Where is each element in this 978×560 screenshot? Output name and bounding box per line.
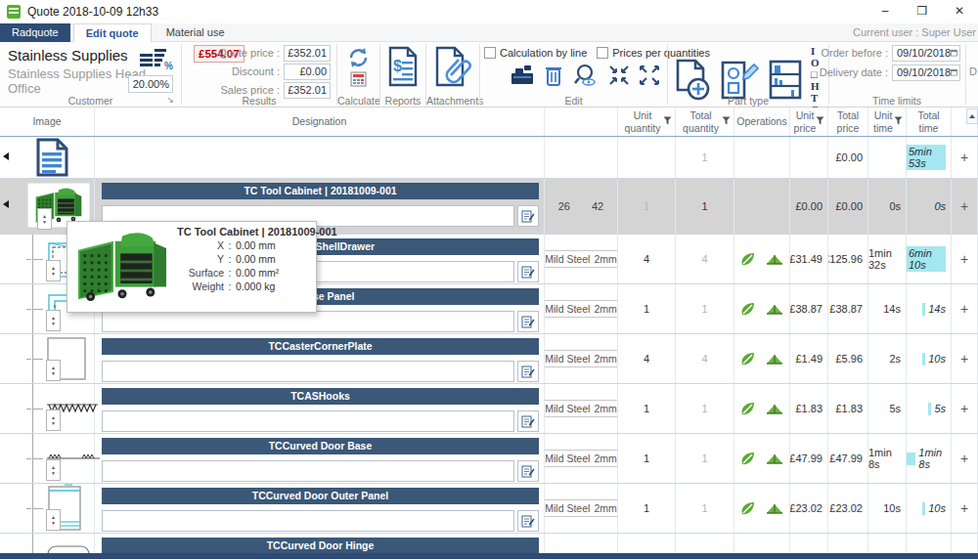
table-row[interactable]: 90.0 ▲▼ TCCurved Door Hinge Mild Steel2m… — [0, 534, 978, 554]
quote-price-input[interactable] — [284, 45, 331, 62]
cut-operation-icon[interactable] — [739, 301, 757, 317]
discount-input[interactable] — [128, 75, 173, 93]
unit-quantity-cell[interactable]: 4 — [618, 235, 676, 283]
delivery-date-field[interactable]: 09/10/2018 — [892, 65, 960, 81]
add-row-button[interactable]: + — [960, 353, 968, 365]
fold-operation-icon[interactable] — [765, 452, 784, 465]
quantity-spinner[interactable]: ▲▼ — [46, 509, 61, 531]
edit-note-button[interactable] — [517, 261, 539, 282]
close-button[interactable]: ✕ — [941, 0, 978, 23]
add-row-button[interactable]: + — [960, 452, 968, 464]
unit-quantity-cell[interactable]: 1 — [618, 484, 676, 533]
header-designation[interactable]: Designation — [95, 108, 545, 136]
filter-icon[interactable] — [816, 116, 824, 125]
edit-note-button[interactable] — [517, 410, 539, 432]
discount-value-input[interactable] — [284, 64, 331, 80]
fold-operation-icon[interactable] — [765, 252, 784, 266]
header-operations[interactable]: Operations — [734, 108, 790, 136]
edit-note-button[interactable] — [517, 311, 539, 332]
material-chip[interactable]: Mild Steel2mm — [545, 300, 618, 318]
cut-operation-icon[interactable] — [739, 401, 757, 416]
tab-edit-quote[interactable]: Edit quote — [73, 23, 152, 42]
table-row[interactable]: ▲▼ TCCasterCornerPlate Mild Steel2mm 4 4… — [0, 334, 978, 384]
collapse-all-icon[interactable] — [608, 65, 630, 86]
unit-quantity-cell[interactable]: 1 — [618, 284, 676, 333]
expand-all-icon[interactable] — [639, 65, 660, 86]
maximize-button[interactable]: ❒ — [904, 0, 941, 23]
edit-note-button[interactable] — [517, 361, 539, 382]
header-unit-time[interactable]: Unit time — [868, 108, 907, 136]
filter-icon[interactable] — [722, 116, 731, 125]
table-row[interactable]: ▲▼ TCCurved Door Base Mild Steel2mm 1 1 … — [0, 434, 978, 484]
edit-group: Calculation by line Prices per quantitie… — [480, 42, 667, 108]
designation-input[interactable] — [102, 510, 514, 532]
preview-magnifier-icon[interactable] — [572, 64, 600, 87]
designation-input[interactable] — [102, 311, 514, 332]
table-row[interactable]: ▲▼ TCASHooks Mild Steel2mm 1 1 £1.83 £1.… — [0, 384, 978, 434]
dialog-launcher-icon[interactable]: ↘ — [166, 95, 174, 105]
quantity-spinner[interactable]: ▲▼ — [46, 260, 61, 281]
add-row-button[interactable]: + — [960, 200, 968, 212]
expand-collapse-icon[interactable] — [3, 200, 9, 208]
add-row-button[interactable]: + — [960, 151, 968, 163]
calculation-by-line-checkbox[interactable]: Calculation by line — [484, 47, 587, 59]
tab-material-use[interactable]: Material use — [155, 23, 237, 42]
add-row-button[interactable]: + — [960, 502, 968, 514]
edit-note-button[interactable] — [517, 460, 539, 482]
delete-trash-icon[interactable] — [544, 64, 563, 87]
cut-operation-icon[interactable] — [739, 351, 757, 366]
material-chip[interactable]: Mild Steel2mm — [545, 499, 618, 517]
unit-quantity-cell[interactable] — [618, 137, 676, 178]
add-row-button[interactable]: + — [960, 253, 968, 265]
add-row-button[interactable]: + — [960, 303, 968, 315]
edit-note-button[interactable] — [517, 510, 539, 532]
scroll-up-button[interactable] — [966, 108, 978, 124]
material-chip[interactable]: Mild Steel2mm — [545, 250, 618, 268]
filter-icon[interactable] — [663, 116, 672, 125]
quantity-spinner[interactable]: ▲▼ — [37, 208, 52, 230]
material-chip[interactable]: Mild Steel2mm — [545, 350, 618, 367]
quantity-spinner[interactable]: ▲▼ — [46, 310, 61, 331]
header-unit-price[interactable]: Unit price — [790, 108, 828, 136]
tab-radquote[interactable]: Radquote — [0, 23, 70, 42]
toolbox-icon[interactable] — [510, 65, 535, 86]
expand-collapse-icon[interactable] — [3, 152, 9, 160]
attachments-button[interactable]: Attachments — [426, 42, 479, 108]
unit-quantity-cell[interactable]: 4 — [618, 334, 676, 383]
filter-icon[interactable] — [894, 116, 903, 125]
quantity-spinner[interactable]: ▲▼ — [46, 409, 61, 431]
header-total-time[interactable]: Total time — [907, 108, 952, 136]
cut-operation-icon[interactable] — [739, 500, 757, 516]
calculate-button[interactable]: Calculate — [337, 42, 379, 108]
fold-operation-icon[interactable] — [765, 302, 784, 316]
header-image[interactable]: Image — [0, 108, 95, 136]
cut-operation-icon[interactable] — [739, 251, 757, 267]
fold-operation-icon[interactable] — [765, 501, 784, 515]
reports-button[interactable]: $ Reports — [380, 42, 425, 108]
material-chip[interactable]: Mild Steel2mm — [545, 400, 618, 417]
designation-input[interactable] — [102, 410, 514, 432]
cut-operation-icon[interactable] — [739, 451, 757, 466]
edit-note-button[interactable] — [517, 205, 539, 227]
unit-quantity-cell[interactable]: 2 — [618, 534, 676, 554]
add-row-button[interactable]: + — [960, 403, 968, 414]
unit-quantity-cell[interactable]: 1 — [618, 384, 676, 433]
quantity-spinner[interactable]: ▲▼ — [46, 459, 61, 481]
quantity-spinner[interactable]: ▲▼ — [46, 360, 61, 381]
table-row[interactable]: ▲▼ TCCurved Door Outer Panel Mild Steel2… — [0, 484, 978, 534]
material-chip[interactable]: Mild Steel2mm — [545, 450, 618, 467]
order-before-date-field[interactable]: 09/10/2018 — [892, 45, 960, 62]
operations-cell — [734, 235, 790, 283]
designation-input[interactable] — [102, 460, 514, 482]
table-row[interactable]: 1 £0.00 5min 53s + — [0, 137, 978, 179]
unit-quantity-cell[interactable]: 1 — [618, 434, 676, 483]
unit-quantity-cell[interactable]: 1 — [618, 179, 676, 234]
header-unit-quantity[interactable]: Unit quantity — [618, 108, 676, 136]
fold-operation-icon[interactable] — [765, 352, 784, 366]
fold-operation-icon[interactable] — [765, 402, 784, 415]
header-total-price[interactable]: Total price — [828, 108, 868, 136]
header-total-quantity[interactable]: Total quantity — [676, 108, 734, 136]
minimize-button[interactable]: – — [867, 0, 904, 23]
designation-input[interactable] — [102, 361, 514, 382]
header-material[interactable] — [545, 108, 618, 136]
